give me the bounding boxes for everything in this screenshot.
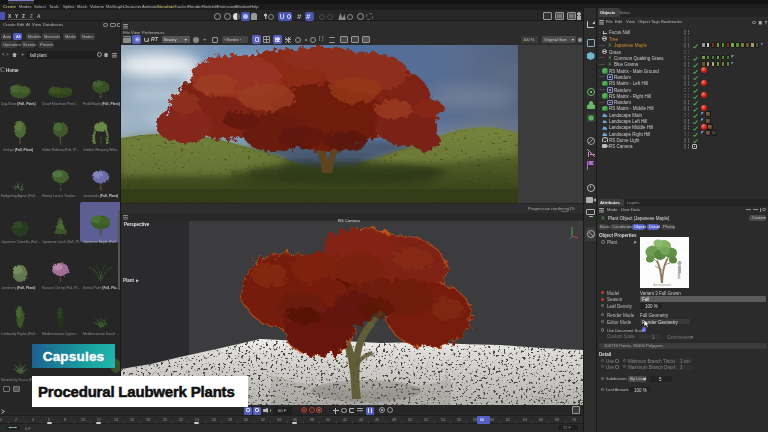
svg-text:Acer palmatum: Acer palmatum [653,283,670,287]
